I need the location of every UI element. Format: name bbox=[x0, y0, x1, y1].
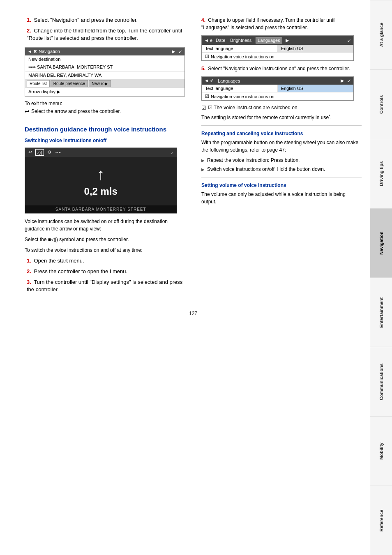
lang-ui-header-1: ◄ e Date Brightness Languages ▶ ↙ bbox=[202, 36, 353, 45]
lang2-languages-tab: Languages bbox=[218, 78, 240, 83]
volume-heading: Setting volume of voice instructions bbox=[201, 182, 362, 188]
repeating-text: With the programmable button on the stee… bbox=[201, 139, 362, 154]
step-b1: 1. Open the start menu. bbox=[25, 257, 185, 265]
step-b3: 3. Turn the controller until "Display se… bbox=[25, 279, 185, 293]
nav-ui-screenshot: ◄ ✖ Navigation ▶ ↙ New destination ⇒⇒ SA… bbox=[25, 47, 185, 97]
steps-list-bottom: 1. Open the start menu. 2. Press the con… bbox=[25, 257, 185, 294]
lang-forward: ▶ bbox=[286, 38, 289, 43]
sidebar-tab-entertainment[interactable]: Entertainment bbox=[370, 278, 392, 347]
bullet-text-2: Switch voice instructions on/off: Hold t… bbox=[207, 166, 325, 173]
bullet-2: ▶ Switch voice instructions on/off: Hold… bbox=[201, 166, 362, 173]
step-5-num: 5. bbox=[201, 66, 205, 71]
nav-ui-header: ◄ ✖ Navigation ▶ ↙ bbox=[25, 48, 184, 55]
nav-settings-icon: ↙ bbox=[178, 49, 182, 54]
step-num-1: 1. bbox=[27, 17, 31, 23]
voice-icon-vol: ♪ bbox=[171, 150, 173, 155]
nav-voice-on-label-2: Navigation voice instructions on bbox=[211, 94, 274, 99]
check-sym: ☑ bbox=[201, 105, 206, 111]
select-symbol-instruction: Select the ■◁)) symbol and press the con… bbox=[25, 236, 185, 243]
tab-route-list[interactable]: Route list bbox=[27, 80, 50, 87]
step-text-1: Select "Navigation" and press the contro… bbox=[34, 17, 138, 23]
voice-ui-street: SANTA BARBARA MONTERREY STREET bbox=[25, 205, 177, 213]
sidebar-tab-reference[interactable]: Reference bbox=[370, 486, 392, 555]
step-b-num-2: 2. bbox=[27, 268, 31, 274]
step-1: 1. Select "Navigation" and press the con… bbox=[25, 16, 185, 24]
lang-ui-content-2: Text language English US ☑ Navigation vo… bbox=[202, 85, 353, 100]
voice-icon-back: ↩ bbox=[28, 150, 32, 155]
steps-list-top: 1. Select "Navigation" and press the con… bbox=[25, 16, 185, 42]
lang-check-row-2: ☑ Navigation voice instructions on bbox=[202, 92, 353, 100]
nav-back-icon: ◄ ✖ bbox=[28, 49, 37, 54]
check-icon-1: ☑ bbox=[205, 54, 209, 59]
lang2-back: ◄ ✔ bbox=[204, 78, 214, 83]
page-container: 1. Select "Navigation" and press the con… bbox=[0, 0, 392, 555]
sidebar-tab-driving-tips[interactable]: Driving tips bbox=[370, 139, 392, 208]
setting-stored-text: The setting is stored for the remote con… bbox=[201, 115, 329, 120]
voice-icon-arrow: →• bbox=[55, 150, 61, 155]
tab-route-pref[interactable]: Route preference bbox=[51, 80, 88, 87]
distance-value: 0,2 mls bbox=[84, 186, 118, 197]
two-column-layout: 1. Select "Navigation" and press the con… bbox=[25, 16, 362, 298]
nav-ui-tabs: Route list Route preference New ro▶ bbox=[25, 79, 184, 88]
voice-switched-on-note: ☑ ☑ The voice instructions are switched … bbox=[201, 105, 362, 111]
nav-new-dest: New destination bbox=[25, 55, 184, 63]
divider bbox=[25, 119, 185, 119]
divider-right bbox=[201, 125, 362, 126]
volume-text: The volume can only be adjusted while a … bbox=[201, 191, 362, 205]
lang-brightness-tab: Brightness bbox=[230, 38, 251, 43]
step-b-num-3: 3. bbox=[27, 279, 31, 285]
text-lang-label-2: Text language bbox=[202, 85, 278, 92]
voice-ui-screenshot: ↩ ♪)) ⚙ →• ♪ ↑ 0,2 mls SANTA BARBARA MON… bbox=[25, 147, 177, 214]
voice-icon-settings: ⚙ bbox=[47, 150, 51, 155]
divider-right-2 bbox=[201, 177, 362, 177]
page-number: 127 bbox=[25, 311, 362, 316]
lang-check-row-1: ☑ Navigation voice instructions on bbox=[202, 53, 353, 60]
nav-arrow-display: Arrow display ▶ bbox=[25, 88, 184, 96]
nav-title: Navigation bbox=[39, 49, 60, 54]
tab-new-route[interactable]: New ro▶ bbox=[89, 80, 111, 87]
main-content: 1. Select "Navigation" and press the con… bbox=[0, 0, 370, 555]
repeating-heading: Repeating and canceling voice instructio… bbox=[201, 131, 362, 136]
right-column: 4. Change to upper field if necessary. T… bbox=[197, 16, 362, 298]
text-lang-value-2: English US bbox=[278, 85, 353, 92]
step-b-text-2: Press the controller to open the i menu. bbox=[34, 268, 127, 274]
sidebar-tab-at-a-glance[interactable]: At a glance bbox=[370, 0, 392, 69]
lang-row-text-lang: Text language English US bbox=[202, 45, 353, 53]
to-exit-label: To exit the menu: bbox=[25, 101, 185, 106]
nav-voice-on-label-1: Navigation voice instructions on bbox=[211, 54, 274, 59]
lang-languages-tab: Languages bbox=[256, 37, 282, 44]
nav-row-marina: MARINA DEL REY, ADMIRALTY WA bbox=[25, 71, 184, 79]
setting-stored-note: The setting is stored for the remote con… bbox=[201, 113, 362, 121]
lang-icon: ↙ bbox=[347, 38, 351, 43]
direction-arrow: ↑ bbox=[33, 165, 168, 184]
step-text-2: Change into the third field from the top… bbox=[27, 28, 182, 41]
voice-on-off-text: Voice instructions can be switched on or… bbox=[25, 218, 185, 233]
sidebar-tab-mobility[interactable]: Mobility bbox=[370, 416, 392, 486]
lang-back-e: ◄ e bbox=[204, 38, 212, 43]
sidebar: At a glance Controls Driving tips Naviga… bbox=[370, 0, 392, 555]
sidebar-tab-navigation[interactable]: Navigation bbox=[370, 208, 392, 278]
lang-ui-content-1: Text language English US ☑ Navigation vo… bbox=[202, 45, 353, 60]
check-icon-2: ☑ bbox=[205, 94, 209, 99]
text-lang-value: English US bbox=[278, 45, 353, 52]
step-num-2: 2. bbox=[27, 28, 31, 34]
voice-icon-sound: ♪)) bbox=[35, 149, 44, 156]
step-b-num-1: 1. bbox=[27, 258, 31, 264]
nav-forward-icon: ▶ bbox=[172, 49, 175, 54]
step-5-content: Select "Navigation voice instructions on… bbox=[208, 66, 350, 71]
text-lang-label: Text language bbox=[202, 45, 278, 52]
sidebar-tab-controls[interactable]: Controls bbox=[370, 69, 392, 139]
nav-row-santa-barbara: ⇒⇒ SANTA BARBARA, MONTERREY ST bbox=[25, 63, 184, 71]
lang-ui-screenshot-2: ◄ ✔ Languages ▶ ↙ Text language English … bbox=[201, 76, 354, 101]
exit-instruction: ↩ Select the arrow and press the control… bbox=[25, 108, 185, 115]
left-column: 1. Select "Navigation" and press the con… bbox=[25, 16, 189, 298]
bullets-list: ▶ Repeat the voice instruction: Press bu… bbox=[201, 157, 362, 173]
sub-heading-switching: Switching voice instructions on/off bbox=[25, 138, 185, 143]
step-4-num: 4. bbox=[201, 17, 205, 23]
voice-ui-display: ↑ 0,2 mls bbox=[25, 157, 177, 205]
sidebar-tab-communications[interactable]: Communications bbox=[370, 347, 392, 416]
voice-ui-header: ↩ ♪)) ⚙ →• ♪ bbox=[25, 148, 177, 157]
lang2-forward: ▶ bbox=[341, 78, 344, 83]
bullet-text-1: Repeat the voice instruction: Press butt… bbox=[207, 157, 300, 164]
lang-date-tab: Date bbox=[216, 38, 225, 43]
